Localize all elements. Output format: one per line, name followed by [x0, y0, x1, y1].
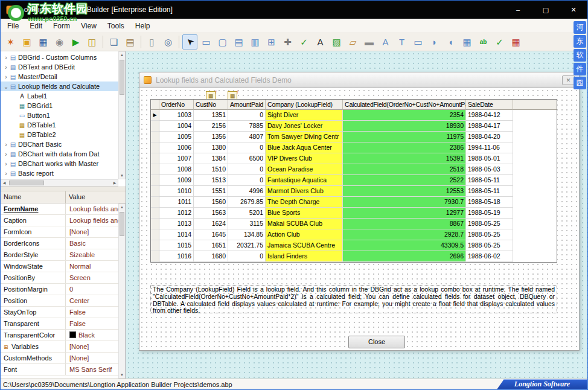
grid-cell[interactable]: 2522: [343, 175, 466, 186]
close-button[interactable]: ✕: [560, 1, 587, 19]
grid-cell[interactable]: 1988-05-01: [466, 153, 513, 164]
scroll-left-icon[interactable]: ◀: [1, 180, 7, 186]
maximize-button[interactable]: ▢: [532, 1, 560, 19]
design-canvas[interactable]: Lookup fields and Calculated Fields Demo…: [126, 51, 587, 379]
grid-cell[interactable]: 1651: [194, 240, 228, 251]
grid-cell[interactable]: 134.85: [228, 229, 266, 240]
description-label[interactable]: The Company (LookupField) Field is a loo…: [150, 285, 557, 313]
grid-cell[interactable]: 1988-04-12: [466, 110, 513, 121]
grid-cell[interactable]: 7930.7: [343, 197, 466, 208]
scrollbar-thumb[interactable]: [9, 181, 44, 185]
scroll-down-icon[interactable]: ▼: [119, 372, 125, 378]
scroll-up-icon[interactable]: ▲: [119, 204, 125, 210]
scroll-down-icon[interactable]: ▼: [119, 173, 125, 179]
grid-cell[interactable]: 1004: [159, 121, 194, 132]
grid-header-company-lookupfield[interactable]: Company (LookupField): [266, 100, 343, 110]
grid-cell[interactable]: 4807: [228, 132, 266, 142]
toolbar-text-a-button[interactable]: A: [378, 34, 393, 50]
grid-cell[interactable]: 1994-11-06: [466, 142, 513, 153]
property-row-positionmargin[interactable]: PositionMargin0: [1, 284, 118, 295]
grid-cell[interactable]: 2386: [343, 142, 466, 153]
property-row-transparentcolor[interactable]: TransparentColorBlack: [1, 330, 118, 341]
tree-item-dbchart-with-data-from-dat[interactable]: ›▤DBChart with data from Dat: [1, 149, 118, 159]
tree-item-dbtext-and-dbedit[interactable]: ›▤DBText and DBEdit: [1, 62, 118, 72]
toolbar-dbtext-button[interactable]: ab: [476, 34, 491, 50]
toolbar-database-button[interactable]: ◫: [85, 34, 100, 50]
toolbar-new-project-button[interactable]: ✶: [3, 34, 18, 50]
property-row-formname[interactable]: FormNameLookup fields and: [1, 203, 118, 215]
grid-header-custno[interactable]: CustNo: [194, 100, 228, 110]
grid-cell[interactable]: 1513: [194, 175, 228, 186]
toolbar-open-project-button[interactable]: ▣: [19, 34, 34, 50]
toolbar-splitter-button[interactable]: ✚: [280, 34, 295, 50]
toolbar-options-button[interactable]: ◉: [52, 34, 67, 50]
scrollbar-thumb[interactable]: [120, 60, 124, 95]
grid-cell[interactable]: 1008: [159, 164, 194, 175]
grid-cell[interactable]: 1007: [159, 153, 194, 164]
toolbar-preview-button[interactable]: ◎: [161, 34, 176, 50]
grid-cell[interactable]: 1351: [194, 110, 228, 121]
grid-cell[interactable]: 43309.5: [343, 240, 466, 251]
grid-cell[interactable]: VIP Divers Club: [266, 153, 343, 164]
grid-cell[interactable]: 1988-05-11: [466, 186, 513, 197]
toolbar-bevel-button[interactable]: ▬: [362, 34, 377, 50]
property-row-bordericons[interactable]: BorderIconsBasic: [1, 238, 118, 249]
tree-vertical-scrollbar[interactable]: ▲ ▼: [118, 51, 126, 179]
toolbar-copy-button[interactable]: ❏: [106, 34, 121, 50]
scrollbar-thumb[interactable]: [120, 212, 124, 236]
grid-cell[interactable]: 1012: [159, 208, 194, 219]
grid-cell[interactable]: 12977: [343, 208, 466, 219]
toolbar-image-button[interactable]: ▨: [329, 34, 344, 50]
grid-cell[interactable]: 3115: [228, 219, 266, 229]
tree-item-lookup-fields-and-calculate[interactable]: ⌄▤Lookup fields and Calculate: [1, 82, 118, 91]
toolbar-page-control-button[interactable]: ▥: [248, 34, 263, 50]
scroll-up-icon[interactable]: ▲: [119, 52, 125, 58]
grid-cell[interactable]: 5201: [228, 208, 266, 219]
grid-cell[interactable]: Davy Jones' Locker: [266, 121, 343, 132]
scroll-right-icon[interactable]: ▶: [112, 180, 118, 186]
grid-cell[interactable]: 1988-04-17: [466, 121, 513, 132]
property-row-windowstate[interactable]: WindowStateNormal: [1, 261, 118, 272]
grid-cell[interactable]: 0: [228, 251, 266, 262]
grid-cell[interactable]: 18930: [343, 121, 466, 132]
minimize-button[interactable]: –: [504, 1, 532, 19]
designer-form-titlebar[interactable]: Lookup fields and Calculated Fields Demo…: [139, 72, 580, 88]
grid-cell[interactable]: Island Finders: [266, 251, 343, 262]
designer-form-close-icon[interactable]: ✕: [562, 75, 575, 85]
grid-cell[interactable]: Marmot Divers Club: [266, 186, 343, 197]
grid-cell[interactable]: 1010: [159, 186, 194, 197]
grid-cell[interactable]: 1563: [194, 208, 228, 219]
toolbar-hint-button[interactable]: ◗: [427, 34, 442, 50]
grid-cell[interactable]: 0: [228, 175, 266, 186]
property-row-transparent[interactable]: TransparentFalse: [1, 318, 118, 330]
grid-cell[interactable]: 1645: [194, 229, 228, 240]
grid-cell[interactable]: 2928.7: [343, 229, 466, 240]
panel-splitter[interactable]: [1, 187, 126, 191]
grid-header-amountpaid[interactable]: AmountPaid: [228, 100, 266, 110]
grid-cell[interactable]: 4996: [228, 186, 266, 197]
toolbar-pointer-button[interactable]: ➤: [182, 34, 197, 50]
toolbar-shape-button[interactable]: ▱: [345, 34, 360, 50]
tree-item-master-detail[interactable]: ›▤Master/Detail: [1, 72, 118, 82]
tree-item-dbgrid1[interactable]: ▦DBGrid1: [1, 101, 118, 110]
tree-item-button1[interactable]: ▭Button1: [1, 110, 118, 120]
grid-cell[interactable]: 1356: [194, 132, 228, 142]
grid-cell[interactable]: 2679.85: [228, 197, 266, 208]
property-row-borderstyle[interactable]: BorderStyleSizeable: [1, 249, 118, 261]
grid-cell[interactable]: Action Club: [266, 229, 343, 240]
grid-cell[interactable]: 0: [228, 164, 266, 175]
grid-cell[interactable]: 1551: [194, 186, 228, 197]
grid-cell[interactable]: 15391: [343, 153, 466, 164]
grid-cell[interactable]: 1988-05-25: [466, 240, 513, 251]
grid-cell[interactable]: 20321.75: [228, 240, 266, 251]
grid-cell[interactable]: 8867: [343, 219, 466, 229]
grid-cell[interactable]: 2518: [343, 164, 466, 175]
tree-item-dbtable1[interactable]: ▦DBTable1: [1, 120, 118, 130]
grid-cell[interactable]: Blue Jack Aqua Center: [266, 142, 343, 153]
grid-cell[interactable]: 1013: [159, 219, 194, 229]
grid-cell[interactable]: 1988-06-02: [466, 251, 513, 262]
grid-cell[interactable]: Sight Diver: [266, 110, 343, 121]
toolbar-frame-button[interactable]: ▭: [199, 34, 214, 50]
grid-cell[interactable]: 1988-05-25: [466, 219, 513, 229]
grid-cell[interactable]: 1014: [159, 229, 194, 240]
